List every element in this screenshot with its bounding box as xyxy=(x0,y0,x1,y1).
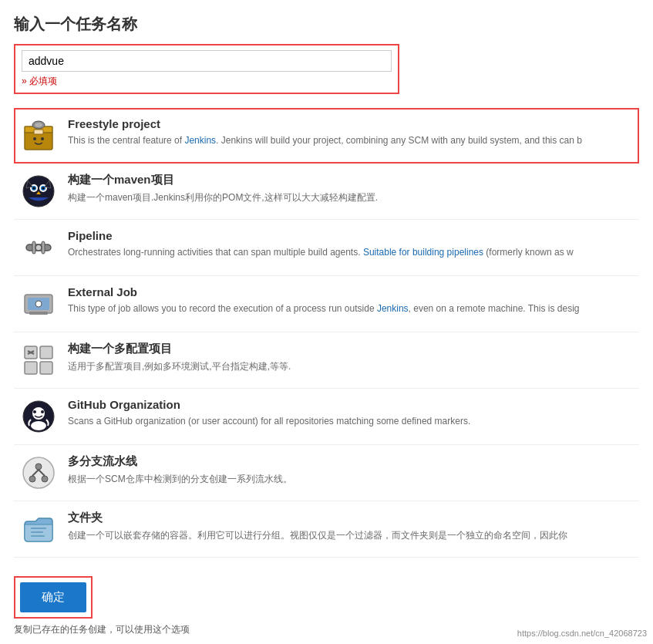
confirm-button[interactable]: 确定 xyxy=(20,582,86,612)
external-info: External Job This type of job allows you… xyxy=(68,285,633,315)
folder-desc: 创建一个可以嵌套存储的容器。利用它可以进行分组。视图仅仅是一个过滤器，而文件夹则… xyxy=(68,528,633,542)
maven-name: 构建一个maven项目 xyxy=(68,173,633,187)
project-item-pipeline[interactable]: Pipeline Orchestrates long-running activ… xyxy=(14,220,639,276)
svg-point-33 xyxy=(41,410,44,413)
multiconfig-desc: 适用于多配置项目,例如多环境测试,平台指定构建,等等. xyxy=(68,359,633,373)
multibranch-icon xyxy=(20,454,57,491)
svg-point-13 xyxy=(42,187,45,190)
svg-rect-42 xyxy=(31,535,45,537)
svg-point-12 xyxy=(33,187,35,190)
svg-rect-27 xyxy=(25,362,37,374)
svg-point-5 xyxy=(33,137,36,140)
maven-info: 构建一个maven项目 构建一个maven项目.Jenkins利用你的POM文件… xyxy=(68,173,633,204)
multiconfig-name: 构建一个多配置项目 xyxy=(68,342,633,356)
confirm-btn-wrapper: 确定 xyxy=(14,576,93,619)
github-name: GitHub Organization xyxy=(68,398,633,411)
project-item-external[interactable]: External Job This type of job allows you… xyxy=(14,276,639,332)
github-icon xyxy=(20,398,57,435)
pipeline-name: Pipeline xyxy=(68,229,633,242)
svg-point-36 xyxy=(29,476,35,482)
project-item-multiconfig[interactable]: 构建一个多配置项目 适用于多配置项目,例如多环境测试,平台指定构建,等等. xyxy=(14,332,639,389)
svg-point-34 xyxy=(23,457,54,488)
github-info: GitHub Organization Scans a GitHub organ… xyxy=(68,398,633,428)
svg-point-4 xyxy=(35,123,42,127)
multibranch-desc: 根据一个SCM仓库中检测到的分支创建一系列流水线。 xyxy=(68,472,633,486)
freestyle-name: Freestyle project xyxy=(68,117,633,130)
multiconfig-icon xyxy=(20,342,57,379)
task-name-input[interactable] xyxy=(22,50,392,72)
svg-point-23 xyxy=(35,301,42,307)
svg-rect-28 xyxy=(40,362,52,374)
folder-name: 文件夹 xyxy=(68,511,633,525)
multiconfig-info: 构建一个多配置项目 适用于多配置项目,例如多环境测试,平台指定构建,等等. xyxy=(68,342,633,373)
page-title: 输入一个任务名称 xyxy=(14,14,639,35)
page-wrapper: 输入一个任务名称 必填项 F xyxy=(0,0,653,644)
folder-info: 文件夹 创建一个可以嵌套存储的容器。利用它可以进行分组。视图仅仅是一个过滤器，而… xyxy=(68,511,633,542)
svg-point-32 xyxy=(33,410,36,413)
svg-rect-41 xyxy=(31,531,43,533)
svg-rect-24 xyxy=(29,312,48,315)
svg-point-37 xyxy=(42,476,48,482)
freestyle-desc: This is the central feature of Jenkins. … xyxy=(68,133,633,147)
project-item-multibranch[interactable]: 多分支流水线 根据一个SCM仓库中检测到的分支创建一系列流水线。 xyxy=(14,445,639,501)
project-item-freestyle[interactable]: Freestyle project This is the central fe… xyxy=(14,108,639,164)
svg-point-31 xyxy=(31,421,46,430)
multibranch-name: 多分支流水线 xyxy=(68,454,633,469)
svg-point-20 xyxy=(35,244,42,251)
maven-icon xyxy=(20,173,57,210)
maven-desc: 构建一个maven项目.Jenkins利用你的POM文件,这样可以大大减轻构建配… xyxy=(68,191,633,204)
svg-rect-26 xyxy=(40,346,52,359)
required-hint: 必填项 xyxy=(22,76,57,86)
pipeline-info: Pipeline Orchestrates long-running activ… xyxy=(68,229,633,259)
svg-point-6 xyxy=(41,137,44,140)
project-item-maven[interactable]: 构建一个maven项目 构建一个maven项目.Jenkins利用你的POM文件… xyxy=(14,164,639,220)
svg-rect-40 xyxy=(31,528,46,529)
multibranch-info: 多分支流水线 根据一个SCM仓库中检测到的分支创建一系列流水线。 xyxy=(68,454,633,486)
external-desc: This type of job allows you to record th… xyxy=(68,302,633,315)
svg-rect-2 xyxy=(34,130,43,134)
pipeline-desc: Orchestrates long-running activities tha… xyxy=(68,245,633,259)
github-desc: Scans a GitHub organization (or user acc… xyxy=(68,414,633,428)
freestyle-info: Freestyle project This is the central fe… xyxy=(68,117,633,147)
freestyle-icon xyxy=(20,117,57,154)
external-name: External Job xyxy=(68,285,633,298)
project-list: Freestyle project This is the central fe… xyxy=(14,108,639,558)
corner-url: https://blog.csdn.net/cn_42068723 xyxy=(517,629,647,638)
project-item-folder[interactable]: 文件夹 创建一个可以嵌套存储的容器。利用它可以进行分组。视图仅仅是一个过滤器，而… xyxy=(14,501,639,558)
folder-icon xyxy=(20,511,57,548)
svg-point-35 xyxy=(35,464,42,470)
pipeline-icon xyxy=(20,229,57,266)
task-name-section: 必填项 xyxy=(14,44,399,94)
project-item-github[interactable]: GitHub Organization Scans a GitHub organ… xyxy=(14,389,639,445)
external-icon xyxy=(20,285,57,322)
